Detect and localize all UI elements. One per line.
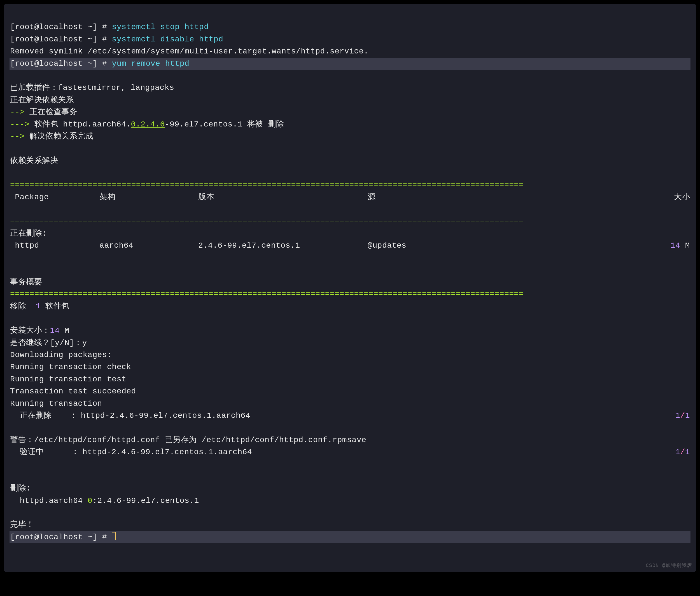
section-label: 正在删除: — [10, 229, 47, 238]
divider-bar: ========================================… — [10, 180, 524, 189]
arrow-icon: --> — [10, 108, 25, 116]
shell-prompt: [root@localhost ~] — [10, 59, 97, 68]
cell-source: @updates — [368, 239, 671, 252]
col-source: 源 — [368, 191, 674, 203]
blank-line — [10, 509, 15, 517]
output-line: Running transaction — [10, 399, 102, 408]
count-value: 1 — [36, 302, 41, 311]
cell-arch: aarch64 — [99, 239, 198, 252]
progress-counter: 1/1 — [675, 446, 690, 458]
col-package: Package — [10, 191, 99, 203]
output-line: 正在解决依赖关系 — [10, 96, 74, 104]
arrow-icon: ---> — [10, 120, 29, 129]
table-row: httpdaarch642.4.6-99.el7.centos.1@update… — [10, 239, 690, 252]
blank-line — [10, 472, 15, 481]
cell-version: 2.4.6-99.el7.centos.1 — [198, 239, 368, 252]
output-line: Downloading packages: — [10, 351, 112, 359]
blank-line — [10, 169, 15, 177]
output-line: Running transaction check — [10, 363, 131, 371]
table-header-row: Package架构版本源大小 — [10, 191, 690, 203]
warning-line: 警告：/etc/httpd/conf/httpd.conf 已另存为 /etc/… — [10, 436, 366, 444]
divider-bar: ========================================… — [10, 290, 524, 299]
cell-size: 14 M — [671, 239, 690, 252]
output-line: --> 正在检查事务 — [10, 108, 77, 116]
output-line: ---> 软件包 httpd.aarch64.0.2.4.6-99.el7.ce… — [10, 120, 284, 129]
col-size: 大小 — [674, 191, 690, 203]
progress-counter: 1/1 — [675, 410, 690, 422]
shell-prompt: [root@localhost ~] — [10, 35, 97, 44]
output-line: --> 解决依赖关系完成 — [10, 132, 93, 141]
blank-line — [10, 265, 15, 274]
prompt-question: 是否继续？[y/N]：y — [10, 339, 87, 347]
col-arch: 架构 — [99, 191, 198, 203]
shell-prompt: [root@localhost ~] — [10, 533, 97, 541]
section-header: 事务概要 — [10, 278, 42, 287]
active-prompt-row[interactable]: [root@localhost ~] # — [9, 531, 691, 543]
divider-bar: ========================================… — [10, 217, 524, 226]
progress-row: 正在删除 : httpd-2.4.6-99.el7.centos.1.aarch… — [10, 410, 690, 422]
shell-prompt: [root@localhost ~] — [10, 23, 97, 31]
command-text: systemctl stop httpd — [112, 23, 208, 31]
cursor-icon — [112, 532, 116, 540]
prompt-line: [root@localhost ~] # systemctl stop http… — [10, 23, 208, 31]
highlighted-command-row: [root@localhost ~] # yum remove httpd — [9, 58, 691, 70]
version-link[interactable]: 0.2.4.6 — [131, 120, 165, 129]
section-label: 删除: — [10, 484, 31, 493]
hash-symbol: # — [97, 23, 112, 31]
user-answer: y — [82, 339, 87, 347]
cell-package: httpd — [10, 239, 99, 252]
blank-line — [10, 314, 15, 323]
output-line: Removed symlink /etc/systemd/system/mult… — [10, 47, 369, 56]
watermark-text: CSDN @颓特别我废 — [646, 562, 692, 570]
arrow-icon: --> — [10, 132, 25, 141]
prompt-line: [root@localhost ~] # systemctl disable h… — [10, 35, 223, 44]
command-text: systemctl disable httpd — [112, 35, 223, 44]
output-line: httpd.aarch64 0:2.4.6-99.el7.centos.1 — [10, 496, 199, 505]
output-line: 已加载插件：fastestmirror, langpacks — [10, 83, 174, 92]
output-line: Running transaction test — [10, 375, 126, 384]
command-text: yum remove httpd — [112, 59, 189, 68]
progress-row: 验证中 : httpd-2.4.6-99.el7.centos.1.aarch6… — [10, 446, 690, 458]
terminal-window[interactable]: [root@localhost ~] # systemctl stop http… — [3, 3, 697, 572]
output-line: 安装大小：14 M — [10, 326, 70, 335]
blank-line — [10, 144, 15, 153]
size-value: 14 — [50, 326, 60, 335]
col-version: 版本 — [198, 191, 368, 203]
output-line: Transaction test succeeded — [10, 387, 136, 396]
output-line: 移除 1 软件包 — [10, 302, 70, 311]
done-line: 完毕！ — [10, 520, 34, 529]
section-header: 依赖关系解决 — [10, 156, 58, 165]
